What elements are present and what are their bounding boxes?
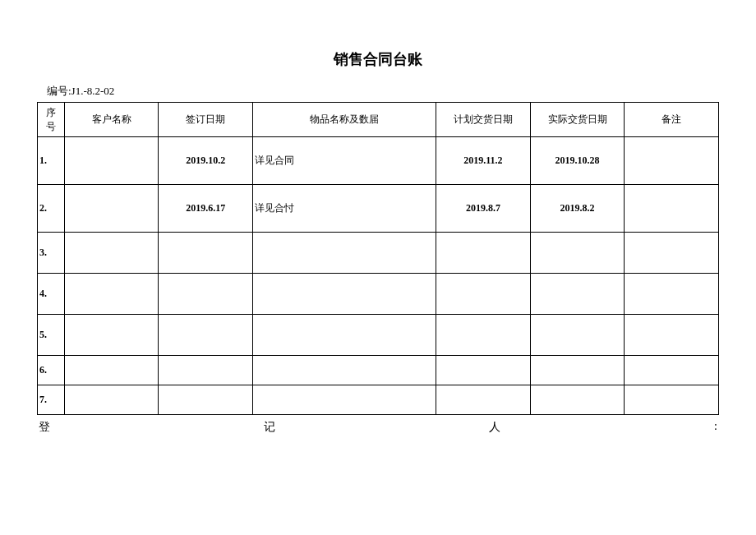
cell-customer <box>64 137 159 185</box>
cell-customer <box>64 185 159 233</box>
cell-item <box>253 315 436 356</box>
header-remark: 备注 <box>625 103 719 137</box>
cell-actual-date <box>530 356 625 385</box>
footer-char-3: 人 <box>489 420 500 435</box>
ledger-table: 序号 客户名称 签订日期 物品名称及数届 计划交货日期 实际交货日期 备注 1.… <box>37 102 719 415</box>
cell-seq: 7. <box>38 385 65 415</box>
cell-actual-date <box>530 315 625 356</box>
footer-registrant: 登 记 人 : <box>37 420 719 435</box>
cell-item <box>253 274 436 315</box>
cell-item: 详见合同 <box>253 137 436 185</box>
table-row: 5. <box>38 315 719 356</box>
cell-remark <box>625 185 719 233</box>
cell-sign-date <box>159 274 253 315</box>
cell-plan-date <box>436 233 531 274</box>
cell-remark <box>625 233 719 274</box>
cell-item <box>253 385 436 415</box>
cell-plan-date <box>436 274 531 315</box>
footer-char-1: 登 <box>39 420 50 435</box>
cell-sign-date: 2019.10.2 <box>159 137 253 185</box>
cell-actual-date <box>530 385 625 415</box>
cell-sign-date <box>159 233 253 274</box>
cell-plan-date <box>436 356 531 385</box>
header-plan-date: 计划交货日期 <box>436 103 531 137</box>
cell-plan-date: 2019.11.2 <box>436 137 531 185</box>
cell-sign-date <box>159 385 253 415</box>
table-row: 1. 2019.10.2 详见合同 2019.11.2 2019.10.28 <box>38 137 719 185</box>
cell-remark <box>625 315 719 356</box>
cell-actual-date: 2019.10.28 <box>530 137 625 185</box>
footer-char-4: : <box>714 420 717 435</box>
cell-seq: 6. <box>38 356 65 385</box>
cell-remark <box>625 274 719 315</box>
header-actual-date: 实际交货日期 <box>530 103 625 137</box>
cell-plan-date: 2019.8.7 <box>436 185 531 233</box>
cell-remark <box>625 137 719 185</box>
cell-item <box>253 233 436 274</box>
header-item: 物品名称及数届 <box>253 103 436 137</box>
cell-seq: 3. <box>38 233 65 274</box>
cell-seq: 2. <box>38 185 65 233</box>
table-row: 4. <box>38 274 719 315</box>
cell-plan-date <box>436 315 531 356</box>
cell-actual-date: 2019.8.2 <box>530 185 625 233</box>
header-sign-date: 签订日期 <box>159 103 253 137</box>
cell-customer <box>64 315 159 356</box>
page-title: 销售合同台账 <box>37 49 719 69</box>
cell-sign-date <box>159 315 253 356</box>
cell-remark <box>625 356 719 385</box>
cell-seq: 1. <box>38 137 65 185</box>
cell-actual-date <box>530 233 625 274</box>
cell-sign-date: 2019.6.17 <box>159 185 253 233</box>
header-seq: 序号 <box>38 103 65 137</box>
cell-customer <box>64 356 159 385</box>
table-row: 7. <box>38 385 719 415</box>
cell-actual-date <box>530 274 625 315</box>
cell-item: 详见合忖 <box>253 185 436 233</box>
table-row: 6. <box>38 356 719 385</box>
table-row: 3. <box>38 233 719 274</box>
cell-customer <box>64 233 159 274</box>
cell-sign-date <box>159 356 253 385</box>
cell-plan-date <box>436 385 531 415</box>
doc-number: 编号:J1.-8.2-02 <box>37 84 719 99</box>
cell-customer <box>64 274 159 315</box>
header-row: 序号 客户名称 签订日期 物品名称及数届 计划交货日期 实际交货日期 备注 <box>38 103 719 137</box>
table-row: 2. 2019.6.17 详见合忖 2019.8.7 2019.8.2 <box>38 185 719 233</box>
cell-customer <box>64 385 159 415</box>
cell-seq: 5. <box>38 315 65 356</box>
cell-seq: 4. <box>38 274 65 315</box>
cell-item <box>253 356 436 385</box>
cell-remark <box>625 385 719 415</box>
header-customer: 客户名称 <box>64 103 159 137</box>
footer-char-2: 记 <box>264 420 275 435</box>
